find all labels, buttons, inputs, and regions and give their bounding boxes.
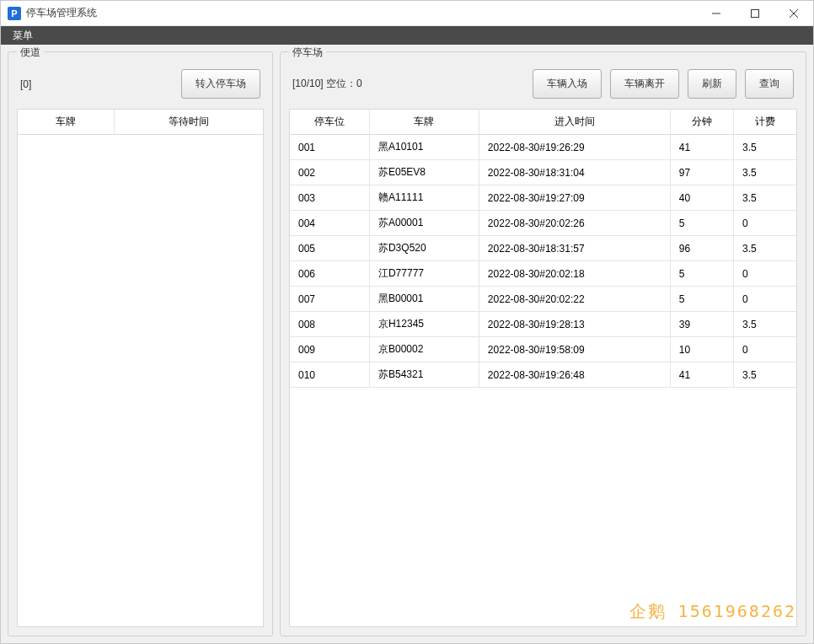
parking-cell-minutes: 10 bbox=[670, 337, 733, 362]
query-button[interactable]: 查询 bbox=[745, 69, 794, 99]
move-in-button[interactable]: 转入停车场 bbox=[181, 69, 260, 99]
table-row[interactable]: 010苏B543212022-08-30#19:26:48413.5 bbox=[290, 362, 796, 388]
parking-cell-minutes: 96 bbox=[670, 236, 733, 261]
parking-cell-plate: 苏D3Q520 bbox=[369, 236, 479, 261]
parking-cell-plate: 京B00002 bbox=[369, 337, 479, 362]
lane-table-wrap: 车牌等待时间 bbox=[17, 109, 264, 627]
parking-cell-slot: 010 bbox=[290, 362, 369, 388]
table-row[interactable]: 007黑B000012022-08-30#20:02:2250 bbox=[290, 287, 796, 312]
parking-cell-minutes: 41 bbox=[670, 362, 733, 388]
parking-cell-minutes: 5 bbox=[670, 287, 733, 312]
parking-column-header: 计费 bbox=[734, 110, 796, 135]
parking-table: 停车位车牌进入时间分钟计费 001黑A101012022-08-30#19:26… bbox=[290, 110, 796, 388]
table-row[interactable]: 004苏A000012022-08-30#20:02:2650 bbox=[290, 211, 796, 236]
parking-cell-fee: 3.5 bbox=[734, 236, 796, 261]
table-row[interactable]: 003赣A111112022-08-30#19:27:09403.5 bbox=[290, 185, 796, 211]
parking-cell-minutes: 39 bbox=[670, 312, 733, 337]
parking-cell-slot: 006 bbox=[290, 261, 369, 287]
parking-column-header: 车牌 bbox=[369, 110, 479, 135]
parking-cell-time: 2022-08-30#18:31:57 bbox=[479, 236, 670, 261]
parking-cell-time: 2022-08-30#20:02:26 bbox=[479, 211, 670, 236]
parking-cell-time: 2022-08-30#20:02:22 bbox=[479, 287, 670, 312]
parking-column-header: 停车位 bbox=[290, 110, 369, 135]
lane-title: 便道 bbox=[17, 46, 44, 60]
parking-cell-time: 2022-08-30#19:26:48 bbox=[479, 362, 670, 388]
parking-cell-fee: 0 bbox=[734, 287, 796, 312]
svg-rect-1 bbox=[752, 9, 759, 17]
parking-table-wrap: 停车位车牌进入时间分钟计费 001黑A101012022-08-30#19:26… bbox=[289, 109, 797, 627]
parking-cell-plate: 赣A11111 bbox=[369, 185, 479, 211]
table-row[interactable]: 009京B000022022-08-30#19:58:09100 bbox=[290, 337, 796, 362]
parking-cell-plate: 黑B00001 bbox=[369, 287, 479, 312]
parking-title: 停车场 bbox=[289, 46, 326, 60]
parking-cell-minutes: 5 bbox=[670, 261, 733, 287]
parking-cell-time: 2022-08-30#18:31:04 bbox=[479, 160, 670, 185]
parking-cell-fee: 3.5 bbox=[734, 160, 796, 185]
parking-cell-plate: 京H12345 bbox=[369, 312, 479, 337]
parking-cell-slot: 001 bbox=[290, 135, 369, 160]
parking-cell-plate: 苏B54321 bbox=[369, 362, 479, 388]
leave-button[interactable]: 车辆离开 bbox=[610, 69, 679, 99]
titlebar: P 停车场管理系统 bbox=[1, 1, 813, 26]
parking-cell-plate: 江D77777 bbox=[369, 261, 479, 287]
lane-column-header: 车牌 bbox=[18, 110, 115, 135]
parking-panel: 停车场 [10/10] 空位：0 车辆入场 车辆离开 刷新 查询 停车位车牌进入… bbox=[280, 51, 806, 636]
menu-main[interactable]: 菜单 bbox=[8, 27, 38, 45]
parking-cell-slot: 005 bbox=[290, 236, 369, 261]
parking-cell-time: 2022-08-30#19:27:09 bbox=[479, 185, 670, 211]
parking-column-header: 分钟 bbox=[670, 110, 733, 135]
parking-status: [10/10] 空位：0 bbox=[292, 77, 362, 91]
parking-cell-fee: 3.5 bbox=[734, 135, 796, 160]
window-title: 停车场管理系统 bbox=[26, 6, 97, 20]
parking-cell-fee: 3.5 bbox=[734, 362, 796, 388]
table-row[interactable]: 005苏D3Q5202022-08-30#18:31:57963.5 bbox=[290, 236, 796, 261]
parking-cell-fee: 0 bbox=[734, 337, 796, 362]
parking-cell-minutes: 5 bbox=[670, 211, 733, 236]
parking-cell-fee: 3.5 bbox=[734, 312, 796, 337]
app-icon: P bbox=[8, 7, 21, 20]
parking-cell-time: 2022-08-30#20:02:18 bbox=[479, 261, 670, 287]
content-area: 便道 [0] 转入停车场 车牌等待时间 停车场 [10/10] 空位：0 bbox=[1, 45, 813, 643]
table-row[interactable]: 006江D777772022-08-30#20:02:1850 bbox=[290, 261, 796, 287]
parking-cell-fee: 0 bbox=[734, 261, 796, 287]
parking-cell-minutes: 41 bbox=[670, 135, 733, 160]
table-row[interactable]: 001黑A101012022-08-30#19:26:29413.5 bbox=[290, 135, 796, 160]
parking-cell-minutes: 40 bbox=[670, 185, 733, 211]
minimize-button[interactable] bbox=[697, 1, 736, 26]
lane-column-header: 等待时间 bbox=[115, 110, 263, 135]
table-row[interactable]: 008京H123452022-08-30#19:28:13393.5 bbox=[290, 312, 796, 337]
parking-cell-plate: 苏A00001 bbox=[369, 211, 479, 236]
parking-cell-slot: 008 bbox=[290, 312, 369, 337]
parking-column-header: 进入时间 bbox=[479, 110, 670, 135]
refresh-button[interactable]: 刷新 bbox=[688, 69, 736, 99]
parking-cell-slot: 004 bbox=[290, 211, 369, 236]
parking-cell-time: 2022-08-30#19:58:09 bbox=[479, 337, 670, 362]
menubar: 菜单 bbox=[1, 26, 813, 45]
parking-cell-time: 2022-08-30#19:28:13 bbox=[479, 312, 670, 337]
table-row[interactable]: 002苏E05EV82022-08-30#18:31:04973.5 bbox=[290, 160, 796, 185]
parking-cell-slot: 003 bbox=[290, 185, 369, 211]
parking-cell-fee: 3.5 bbox=[734, 185, 796, 211]
parking-cell-slot: 007 bbox=[290, 287, 369, 312]
parking-cell-fee: 0 bbox=[734, 211, 796, 236]
enter-button[interactable]: 车辆入场 bbox=[533, 69, 602, 99]
parking-cell-slot: 009 bbox=[290, 337, 369, 362]
lane-table: 车牌等待时间 bbox=[18, 110, 263, 135]
lane-count: [0] bbox=[20, 78, 31, 90]
parking-cell-slot: 002 bbox=[290, 160, 369, 185]
parking-cell-plate: 黑A10101 bbox=[369, 135, 479, 160]
close-button[interactable] bbox=[774, 1, 813, 26]
parking-cell-minutes: 97 bbox=[670, 160, 733, 185]
lane-panel: 便道 [0] 转入停车场 车牌等待时间 bbox=[8, 51, 273, 636]
maximize-button[interactable] bbox=[736, 1, 774, 26]
parking-cell-time: 2022-08-30#19:26:29 bbox=[479, 135, 670, 160]
app-window: P 停车场管理系统 菜单 便道 [0] 转入停车场 bbox=[0, 0, 814, 644]
parking-cell-plate: 苏E05EV8 bbox=[369, 160, 479, 185]
